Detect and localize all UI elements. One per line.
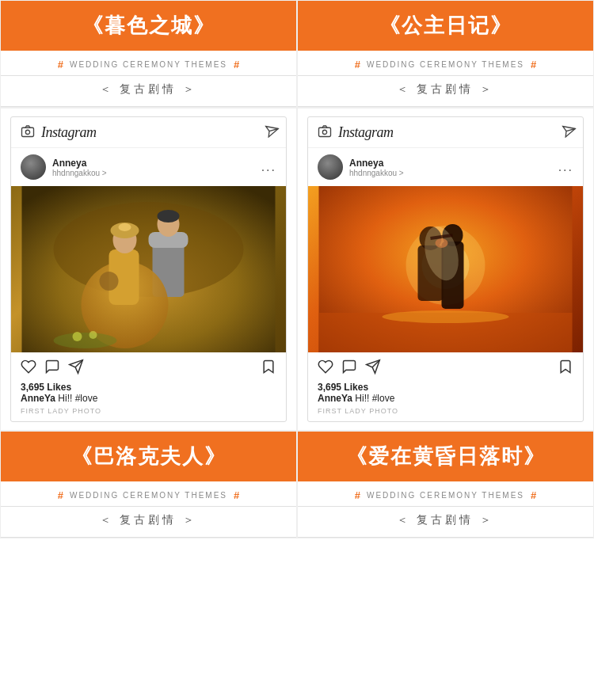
insta-user-row-left: Anneya hhdnngakkou > ... [11,148,286,186]
theme-header-top-left: 《暮色之城》 [1,1,296,51]
svg-point-9 [158,210,180,223]
bottom-themes-row: 《巴洛克夫人》 # WEDDING CEREMONY THEMES # ＜ 复古… [0,431,594,538]
svg-rect-0 [22,127,34,136]
svg-point-29 [383,310,509,323]
avatar-left [21,154,46,180]
caption-username-right: AnneYa [318,393,352,404]
camera-icon-right [318,124,332,141]
send-icon-right[interactable] [556,121,577,143]
heart-icon-left[interactable] [21,359,36,379]
insta-topbar-right: Instagram [308,117,583,148]
tag-text-br: WEDDING CEREMONY THEMES [367,491,524,500]
theme-title-top-left: 《暮色之城》 [82,14,215,37]
bookmark-icon-right[interactable] [558,359,573,379]
hash-right-tl: # [234,59,239,70]
theme-header-top-right: 《公主日记》 [298,1,593,51]
svg-rect-21 [319,127,331,136]
hash-right-br: # [531,489,536,501]
svg-point-14 [119,223,131,231]
photo-vintage [11,186,286,352]
insta-logo-area-left: Instagram [21,124,97,141]
insta-user-text-left: Anneya hhdnngakkou > [52,158,107,177]
theme-genre-tr: ＜ 复古剧情 ＞ [298,76,593,107]
theme-title-bottom-left: 《巴洛克夫人》 [71,445,227,468]
hash-left-tl: # [58,59,63,70]
avatar-right [318,154,343,180]
insta-logo-area-right: Instagram [318,124,394,141]
hash-right-bl: # [234,489,239,501]
share-icon-right[interactable] [365,359,381,379]
insta-logo-left: Instagram [41,124,97,141]
insta-actions-right [308,352,583,382]
photo-sunset [308,186,583,352]
theme-title-top-right: 《公主日记》 [379,14,512,37]
insta-small-text-left: FIRST LADY PHOTO [11,407,286,421]
insta-caption-left: AnneYa Hi!! #love [11,393,286,407]
svg-point-16 [54,333,117,348]
insta-card-right: Instagram Anneya hhdnngakkou > [307,116,584,422]
theme-genre-bl: ＜ 复古剧情 ＞ [1,507,296,538]
photo-container-left [11,186,286,352]
tag-text-tr: WEDDING CEREMONY THEMES [367,60,524,69]
theme-card-bottom-left: 《巴洛克夫人》 # WEDDING CEREMONY THEMES # ＜ 复古… [0,431,297,538]
theme-subheader-top-right: # WEDDING CEREMONY THEMES # [298,51,593,76]
theme-header-bottom-right: 《爱在黄昏日落时》 [298,432,593,481]
insta-user-info-right: Anneya hhdnngakkou > [318,154,404,180]
svg-point-1 [25,130,29,134]
insta-username-right: Anneya [349,158,404,169]
hash-right-tr: # [531,59,536,70]
caption-username-left: AnneYa [21,393,55,404]
theme-subheader-bottom-right: # WEDDING CEREMONY THEMES # [298,481,593,507]
svg-point-17 [73,332,82,341]
comment-icon-left[interactable] [44,359,60,379]
svg-point-22 [322,130,326,134]
insta-col-left: Instagram Anneya hhdnngakkou > [0,108,297,431]
tag-text-tl: WEDDING CEREMONY THEMES [70,60,227,69]
insta-small-text-right: FIRST LADY PHOTO [308,407,583,421]
theme-subheader-top-left: # WEDDING CEREMONY THEMES # [1,51,296,76]
theme-header-bottom-left: 《巴洛克夫人》 [1,432,296,481]
insta-logo-right: Instagram [338,124,394,141]
insta-likes-right: 3,695 Likes [308,382,583,393]
insta-user-info-left: Anneya hhdnngakkou > [21,154,107,180]
svg-point-15 [100,272,119,291]
insta-caption-right: AnneYa Hi!! #love [308,393,583,407]
svg-point-18 [89,331,97,339]
share-icon-left[interactable] [68,359,84,379]
page-wrapper: 《暮色之城》 # WEDDING CEREMONY THEMES # ＜ 复古剧… [0,0,594,538]
comment-icon-right[interactable] [341,359,357,379]
instagram-row: Instagram Anneya hhdnngakkou > [0,108,594,431]
theme-card-bottom-right: 《爱在黄昏日落时》 # WEDDING CEREMONY THEMES # ＜ … [297,431,594,538]
caption-text-right: Hi!! #love [355,393,394,404]
theme-genre-tl: ＜ 复古剧情 ＞ [1,76,296,107]
hash-left-tr: # [355,59,360,70]
send-icon-left[interactable] [259,121,280,143]
insta-col-right: Instagram Anneya hhdnngakkou > [297,108,594,431]
tag-text-bl: WEDDING CEREMONY THEMES [70,491,227,500]
insta-card-left: Instagram Anneya hhdnngakkou > [10,116,287,422]
insta-left-actions-left [21,359,84,379]
insta-username-left: Anneya [52,158,107,169]
insta-topbar-left: Instagram [11,117,286,148]
caption-text-left: Hi!! #love [58,393,97,404]
svg-point-35 [436,238,448,248]
bookmark-icon-left[interactable] [261,359,276,379]
insta-handle-right[interactable]: hhdnngakkou > [349,169,404,177]
camera-icon-left [21,124,35,141]
photo-container-right [308,186,583,352]
insta-user-text-right: Anneya hhdnngakkou > [349,158,404,177]
theme-card-top-left: 《暮色之城》 # WEDDING CEREMONY THEMES # ＜ 复古剧… [0,0,297,108]
insta-left-actions-right [318,359,381,379]
more-icon-right[interactable]: ... [558,160,573,174]
insta-actions-left [11,352,286,382]
hash-left-br: # [355,489,360,501]
insta-likes-left: 3,695 Likes [11,382,286,393]
insta-handle-left[interactable]: hhdnngakkou > [52,169,107,177]
heart-icon-right[interactable] [318,359,333,379]
hash-left-bl: # [58,489,63,501]
more-icon-left[interactable]: ... [261,160,276,174]
theme-card-top-right: 《公主日记》 # WEDDING CEREMONY THEMES # ＜ 复古剧… [297,0,594,108]
insta-user-row-right: Anneya hhdnngakkou > ... [308,148,583,186]
top-themes-row: 《暮色之城》 # WEDDING CEREMONY THEMES # ＜ 复古剧… [0,0,594,108]
theme-subheader-bottom-left: # WEDDING CEREMONY THEMES # [1,481,296,507]
